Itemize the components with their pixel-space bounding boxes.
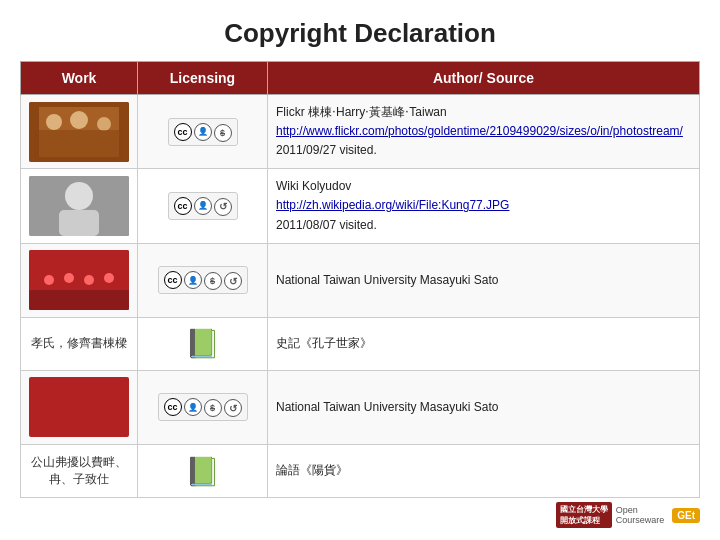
author-text: 論語《陽貨》	[276, 461, 691, 480]
author-text: National Taiwan University Masayuki Sato	[276, 398, 691, 417]
svg-point-14	[104, 273, 114, 283]
svg-rect-15	[29, 377, 129, 437]
author-cell: National Taiwan University Masayuki Sato	[268, 370, 700, 444]
author-text: 史記《孔子世家》	[276, 334, 691, 353]
author-name: 史記《孔子世家》	[276, 334, 691, 353]
opencourseware-label: OpenCourseware	[616, 505, 665, 525]
table-row: cc👤$↺National Taiwan University Masayuki…	[21, 243, 700, 317]
author-name: 論語《陽貨》	[276, 461, 691, 480]
table-row: 公山弗擾以費畔、冉、子致仕📗論語《陽貨》	[21, 445, 700, 498]
author-text: Flickr 棟棟‧Harry‧黃基峰‧Taiwanhttp://www.fli…	[276, 103, 691, 161]
license-cell: cc👤↺	[138, 169, 268, 243]
copyright-table: Work Licensing Author/ Source cc👤$Flickr…	[20, 61, 700, 498]
license-badge: cc👤$↺	[158, 393, 248, 421]
work-cell	[21, 370, 138, 444]
author-name: National Taiwan University Masayuki Sato	[276, 271, 691, 290]
license-badge: 📗	[180, 324, 225, 363]
svg-point-13	[84, 275, 94, 285]
license-cell: cc👤$↺	[138, 370, 268, 444]
author-visited: 2011/08/07 visited.	[276, 216, 691, 235]
license-badge: cc👤↺	[168, 192, 238, 220]
ntu-logo: 國立台灣大學開放式課程 OpenCourseware	[556, 502, 665, 528]
author-text: National Taiwan University Masayuki Sato	[276, 271, 691, 290]
get-logo: GEt	[672, 508, 700, 523]
page-title: Copyright Declaration	[20, 10, 700, 61]
svg-point-4	[97, 117, 111, 131]
work-cell	[21, 169, 138, 243]
license-cell: 📗	[138, 445, 268, 498]
author-cell: Flickr 棟棟‧Harry‧黃基峰‧Taiwanhttp://www.fli…	[268, 95, 700, 169]
table-row: cc👤↺Wiki Kolyudovhttp://zh.wikipedia.org…	[21, 169, 700, 243]
table-row: cc👤$Flickr 棟棟‧Harry‧黃基峰‧Taiwanhttp://www…	[21, 95, 700, 169]
author-cell: 論語《陽貨》	[268, 445, 700, 498]
work-image	[29, 250, 129, 310]
work-image	[29, 176, 129, 236]
author-link[interactable]: http://www.flickr.com/photos/goldentime/…	[276, 122, 691, 141]
author-link[interactable]: http://zh.wikipedia.org/wiki/File:Kung77…	[276, 196, 691, 215]
table-row: cc👤$↺National Taiwan University Masayuki…	[21, 370, 700, 444]
page-container: Copyright Declaration Work Licensing Aut…	[0, 0, 720, 540]
license-badge: cc👤$↺	[158, 266, 248, 294]
book-icon: 📗	[185, 455, 220, 488]
table-row: 孝氏，修齊書棟樑📗史記《孔子世家》	[21, 317, 700, 370]
work-cell	[21, 95, 138, 169]
svg-rect-5	[34, 130, 124, 160]
author-cell: 史記《孔子世家》	[268, 317, 700, 370]
work-cell	[21, 243, 138, 317]
col-header-author: Author/ Source	[268, 62, 700, 95]
work-image	[29, 377, 129, 437]
svg-rect-8	[59, 210, 99, 236]
ntu-box-label: 國立台灣大學開放式課程	[556, 502, 612, 528]
license-cell: cc👤$	[138, 95, 268, 169]
work-cell: 孝氏，修齊書棟樑	[21, 317, 138, 370]
license-cell: cc👤$↺	[138, 243, 268, 317]
author-visited: 2011/09/27 visited.	[276, 141, 691, 160]
license-cell: 📗	[138, 317, 268, 370]
author-name: Wiki Kolyudov	[276, 177, 691, 196]
license-badge: cc👤$	[168, 118, 238, 146]
work-cell: 公山弗擾以費畔、冉、子致仕	[21, 445, 138, 498]
svg-rect-10	[29, 290, 129, 310]
work-image	[29, 102, 129, 162]
license-badge: 📗	[180, 452, 225, 491]
svg-point-11	[44, 275, 54, 285]
author-name: National Taiwan University Masayuki Sato	[276, 398, 691, 417]
svg-point-7	[65, 182, 93, 210]
book-icon: 📗	[185, 327, 220, 360]
work-text: 孝氏，修齊書棟樑	[31, 336, 127, 350]
table-header-row: Work Licensing Author/ Source	[21, 62, 700, 95]
author-cell: Wiki Kolyudovhttp://zh.wikipedia.org/wik…	[268, 169, 700, 243]
svg-point-3	[70, 111, 88, 129]
author-name: Flickr 棟棟‧Harry‧黃基峰‧Taiwan	[276, 103, 691, 122]
svg-point-12	[64, 273, 74, 283]
work-text: 公山弗擾以費畔、冉、子致仕	[31, 455, 127, 486]
svg-point-2	[46, 114, 62, 130]
author-cell: National Taiwan University Masayuki Sato	[268, 243, 700, 317]
col-header-licensing: Licensing	[138, 62, 268, 95]
footer-bar: 國立台灣大學開放式課程 OpenCourseware GEt	[20, 498, 700, 530]
col-header-work: Work	[21, 62, 138, 95]
author-text: Wiki Kolyudovhttp://zh.wikipedia.org/wik…	[276, 177, 691, 235]
